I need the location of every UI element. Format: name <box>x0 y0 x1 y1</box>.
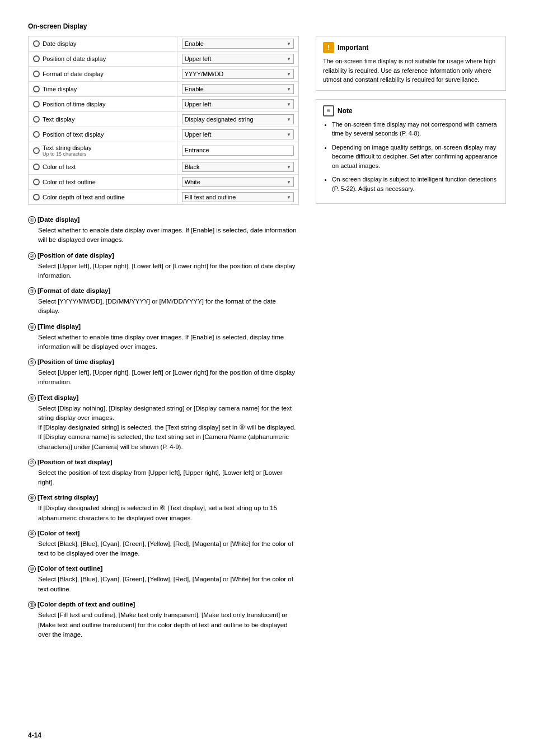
item-body-4: Select [Upper left], [Upper right], [Low… <box>28 368 299 388</box>
important-body: The on-screen time display is not suitab… <box>323 57 499 85</box>
item-body-7: If [Display designated string] is select… <box>28 503 299 523</box>
text-input-7[interactable]: Entrance <box>182 146 294 156</box>
table-row-label-5: Text display <box>29 112 177 127</box>
table-row-value-6[interactable]: Upper left▼ <box>177 127 298 142</box>
note-item-1: Depending on image quality settings, on-… <box>332 143 499 171</box>
select-box-1[interactable]: Upper left▼ <box>182 54 294 64</box>
numbered-item-7: ⑧[Text string display]If [Display design… <box>28 494 299 523</box>
note-list: The on-screen time display may not corre… <box>323 120 499 194</box>
item-title-2: [Format of date display] <box>38 287 110 294</box>
select-box-4[interactable]: Upper left▼ <box>182 99 294 109</box>
item-body-5: Select [Display nothing], [Display desig… <box>28 404 299 452</box>
numbered-item-9: ⑩[Color of text outline]Select [Black], … <box>28 565 299 594</box>
numbered-item-0: ①[Date display]Select whether to enable … <box>28 216 299 245</box>
dropdown-arrow-4: ▼ <box>287 102 291 107</box>
table-row-value-9[interactable]: White▼ <box>177 175 298 190</box>
table-row-value-3[interactable]: Enable▼ <box>177 82 298 97</box>
select-box-3[interactable]: Enable▼ <box>182 84 294 94</box>
table-row-label-2: Format of date display <box>29 67 177 82</box>
bullet-icon-10 <box>33 194 40 200</box>
select-box-8[interactable]: Black▼ <box>182 162 294 172</box>
item-body-1: Select [Upper left], [Upper right], [Low… <box>28 262 299 281</box>
select-box-9[interactable]: White▼ <box>182 177 294 187</box>
note-header: ≡ Note <box>323 105 499 116</box>
important-icon: ! <box>323 42 334 53</box>
section-title: On-screen Display <box>28 22 506 30</box>
circle-num-2: ③ <box>28 287 36 295</box>
note-box: ≡ Note The on-screen time display may no… <box>316 99 506 204</box>
dropdown-arrow-2: ▼ <box>287 72 291 77</box>
important-header: ! Important <box>323 42 499 53</box>
item-body-10: Select [Fill text and outline], [Make te… <box>28 610 299 640</box>
numbered-item-header-0: ①[Date display] <box>28 216 299 224</box>
dropdown-arrow-6: ▼ <box>287 132 291 137</box>
numbered-item-6: ⑦[Position of text display]Select the po… <box>28 459 299 488</box>
select-box-5[interactable]: Display designated string▼ <box>182 114 294 124</box>
numbered-item-4: ⑤[Position of time display]Select [Upper… <box>28 358 299 388</box>
row-label-text-5: Text display <box>43 116 74 123</box>
bullet-icon-2 <box>33 71 40 77</box>
important-box: ! Important The on-screen time display i… <box>316 36 506 91</box>
numbered-item-8: ⑨[Color of text]Select [Black], [Blue], … <box>28 530 299 559</box>
numbered-list: ①[Date display]Select whether to enable … <box>28 216 299 640</box>
select-box-0[interactable]: Enable▼ <box>182 39 294 49</box>
table-row-label-1: Position of date display <box>29 52 177 67</box>
item-body-0: Select whether to enable date display ov… <box>28 226 299 245</box>
table-row-value-5[interactable]: Display designated string▼ <box>177 112 298 127</box>
numbered-item-header-8: ⑨[Color of text] <box>28 530 299 538</box>
item-title-9: [Color of text outline] <box>38 565 102 572</box>
dropdown-arrow-8: ▼ <box>287 165 291 170</box>
table-row-value-7[interactable]: Entrance <box>177 142 298 160</box>
circle-num-9: ⑩ <box>28 565 36 573</box>
table-row-value-8[interactable]: Black▼ <box>177 160 298 175</box>
item-body-3: Select whether to enable time display ov… <box>28 333 299 352</box>
dropdown-arrow-1: ▼ <box>287 57 291 62</box>
row-label-text-1: Position of date display <box>43 55 106 62</box>
note-icon: ≡ <box>323 105 334 116</box>
dropdown-arrow-5: ▼ <box>287 117 291 122</box>
table-row-label-10: Color depth of text and outline <box>29 190 177 205</box>
table-row-label-9: Color of text outline <box>29 175 177 190</box>
numbered-item-header-1: ②[Position of date display] <box>28 252 299 260</box>
table-row-value-10[interactable]: Fill text and outline▼ <box>177 190 298 205</box>
table-row-value-1[interactable]: Upper left▼ <box>177 52 298 67</box>
row-label-text-3: Time display <box>43 86 77 92</box>
page-footer: 4-14 <box>28 731 41 739</box>
numbered-item-1: ②[Position of date display]Select [Upper… <box>28 252 299 281</box>
numbered-item-header-10: ⑪[Color depth of text and outline] <box>28 601 299 609</box>
row-label-text-9: Color of text outline <box>43 179 96 185</box>
table-row-value-4[interactable]: Upper left▼ <box>177 97 298 112</box>
item-title-10: [Color depth of text and outline] <box>38 601 135 608</box>
settings-table: Date displayEnable▼Position of date disp… <box>28 36 299 205</box>
row-label-text-10: Color depth of text and outline <box>43 194 125 200</box>
select-box-2[interactable]: YYYY/MM/DD▼ <box>182 69 294 79</box>
numbered-item-3: ④[Time display]Select whether to enable … <box>28 323 299 352</box>
circle-num-7: ⑧ <box>28 494 36 502</box>
select-box-10[interactable]: Fill text and outline▼ <box>182 192 294 202</box>
row-label-text-4: Position of time display <box>43 101 106 108</box>
bullet-icon-6 <box>33 131 40 138</box>
item-title-1: [Position of date display] <box>38 252 114 259</box>
table-row-label-4: Position of time display <box>29 97 177 112</box>
table-row-label-0: Date display <box>29 36 177 52</box>
note-title: Note <box>338 107 353 115</box>
item-body-2: Select [YYYY/MM/DD], [DD/MM/YYYY] or [MM… <box>28 297 299 316</box>
circle-num-6: ⑦ <box>28 459 36 466</box>
select-box-6[interactable]: Upper left▼ <box>182 129 294 139</box>
bullet-icon-9 <box>33 179 40 185</box>
table-row-value-2[interactable]: YYYY/MM/DD▼ <box>177 67 298 82</box>
table-row-label-6: Position of text display <box>29 127 177 142</box>
item-title-5: [Text display] <box>38 394 78 401</box>
item-title-0: [Date display] <box>38 216 79 223</box>
important-title: Important <box>338 44 368 52</box>
row-label-text-6: Position of text display <box>43 131 104 138</box>
numbered-item-header-3: ④[Time display] <box>28 323 299 331</box>
table-row-label-8: Color of text <box>29 160 177 175</box>
table-row-label-7: Text string displayUp to 15 characters <box>29 142 177 160</box>
item-body-6: Select the position of text display from… <box>28 468 299 488</box>
numbered-item-5: ⑥[Text display]Select [Display nothing],… <box>28 394 299 452</box>
table-row-value-0[interactable]: Enable▼ <box>177 36 298 52</box>
item-title-3: [Time display] <box>38 323 81 330</box>
dropdown-arrow-10: ▼ <box>287 195 291 200</box>
row-label-text-0: Date display <box>43 40 77 47</box>
